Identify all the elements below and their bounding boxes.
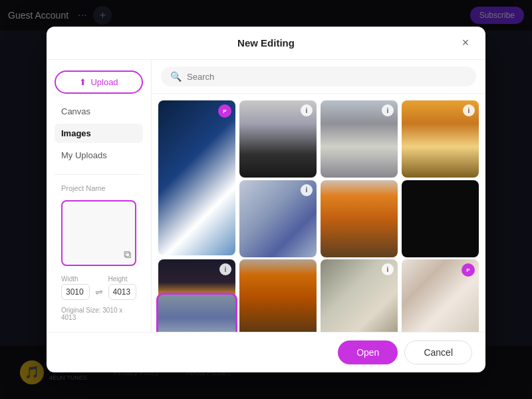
image-item-street[interactable]: i <box>321 100 398 178</box>
image-item-black[interactable] <box>402 180 479 257</box>
new-editing-modal: New Editing × ⬆ Upload Canvas Images My … <box>47 27 485 372</box>
sidebar-divider <box>55 174 143 175</box>
info-badge-photos-wall: i <box>301 184 313 196</box>
search-input-wrap: 🔍 <box>161 66 476 86</box>
modal-footer: Open Cancel <box>47 332 485 372</box>
width-label: Width <box>61 275 90 283</box>
info-badge-street: i <box>382 104 394 116</box>
pro-badge-clouds: P <box>218 104 231 118</box>
height-input[interactable] <box>108 284 137 300</box>
modal-overlay: New Editing × ⬆ Upload Canvas Images My … <box>0 0 532 399</box>
sidebar-item-canvas[interactable]: Canvas <box>55 102 143 121</box>
height-group: Height <box>108 275 137 300</box>
upload-label: Upload <box>90 77 118 87</box>
upload-button[interactable]: ⬆ Upload <box>55 70 143 94</box>
info-badge-night-street: i <box>219 263 231 275</box>
sidebar-item-my-uploads[interactable]: My Uploads <box>55 146 143 165</box>
image-grid: P i i i <box>152 94 485 332</box>
search-bar: 🔍 <box>152 60 485 94</box>
modal-right-content: 🔍 P i <box>152 60 485 332</box>
search-input[interactable] <box>187 72 467 82</box>
image-item-person-dark[interactable]: i <box>239 100 317 178</box>
modal-header: New Editing × <box>47 27 485 60</box>
search-icon: 🔍 <box>170 71 182 82</box>
pro-badge-woman: P <box>462 263 475 277</box>
info-badge-person: i <box>301 104 313 116</box>
canvas-copy-icon: ⧉ <box>124 249 131 261</box>
image-item-autumn-2[interactable] <box>239 259 317 332</box>
canvas-preview: ⧉ <box>61 200 136 266</box>
link-dimensions-icon[interactable]: ⇌ <box>95 287 103 297</box>
project-name-label: Project Name <box>55 184 143 192</box>
dimensions-row: Width ⇌ Height <box>61 275 136 300</box>
height-label: Height <box>108 275 137 283</box>
sidebar-item-images[interactable]: Images <box>55 124 143 143</box>
image-item-alley[interactable] <box>158 295 235 332</box>
modal-sidebar: ⬆ Upload Canvas Images My Uploads Projec… <box>47 60 152 332</box>
original-size-label: Original Size: 3010 x 4013 <box>61 307 136 321</box>
image-item-hammer[interactable]: i <box>321 259 398 332</box>
image-item-clouds[interactable]: P <box>158 100 235 255</box>
modal-title: New Editing <box>237 37 295 49</box>
modal-close-button[interactable]: × <box>456 34 475 53</box>
info-badge-woman-field: i <box>463 104 475 116</box>
image-item-autumn-trees[interactable] <box>321 180 398 257</box>
info-badge-hammer: i <box>382 263 394 275</box>
width-group: Width <box>61 275 90 300</box>
cancel-button[interactable]: Cancel <box>404 340 472 364</box>
upload-icon: ⬆ <box>79 77 86 87</box>
image-item-woman-field[interactable]: i <box>402 100 479 178</box>
image-item-woman-smile[interactable]: P <box>402 259 479 332</box>
image-item-photos-wall[interactable]: i <box>239 180 317 257</box>
open-button[interactable]: Open <box>338 340 398 364</box>
width-input[interactable] <box>61 284 90 300</box>
modal-body: ⬆ Upload Canvas Images My Uploads Projec… <box>47 60 485 332</box>
